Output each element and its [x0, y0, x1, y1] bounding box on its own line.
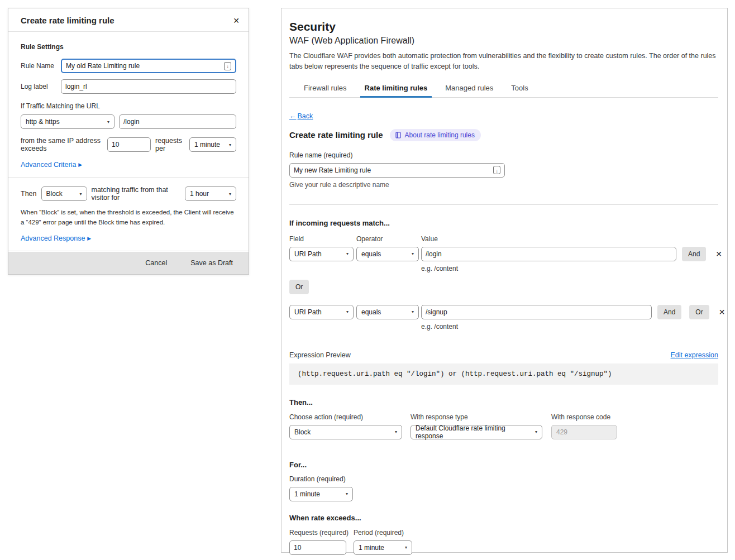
block-note: When “Block” is set, when the threshold …	[21, 208, 236, 228]
divider	[289, 204, 718, 205]
requests-per-text: requests per	[155, 137, 185, 152]
chevron-down-icon: ▾	[229, 192, 231, 197]
tab-managed-rules[interactable]: Managed rules	[444, 82, 494, 97]
duration-select[interactable]: 1 minute ▾	[289, 487, 353, 501]
back-link[interactable]: ←Back	[289, 112, 313, 120]
chevron-down-icon: ▾	[346, 309, 349, 314]
page-description: The Cloudflare WAF provides both automat…	[289, 51, 718, 73]
rate-column-labels: Requests (required) Period (required)	[289, 529, 718, 537]
and-button[interactable]: And	[682, 247, 706, 261]
log-label-input[interactable]	[61, 79, 236, 94]
remove-condition-icon[interactable]: ✕	[719, 308, 726, 317]
rule-name-row: Rule Name ↓	[21, 59, 236, 73]
match-heading: If incoming requests match...	[289, 219, 718, 227]
then-row: Then Block ▾ matching traffic from that …	[21, 186, 236, 202]
rate-row: 1 minute ▾	[289, 540, 718, 555]
requests-label: Requests (required)	[289, 529, 354, 537]
matching-text: matching traffic from that visitor for	[92, 186, 181, 202]
dialog-footer: Cancel Save as Draft	[8, 252, 249, 274]
advanced-criteria-link[interactable]: Advanced Criteria ▶	[21, 161, 82, 169]
cancel-button[interactable]: Cancel	[145, 259, 167, 267]
value-input-field[interactable]	[426, 250, 672, 258]
page-subtitle: WAF (Web Application Firewall)	[289, 36, 718, 46]
requests-input[interactable]	[107, 137, 151, 152]
book-icon	[395, 132, 402, 138]
dialog-header: Create rate limiting rule ✕	[8, 8, 249, 32]
back-arrow-icon: ←	[289, 112, 297, 120]
field-select[interactable]: URI Path ▾	[289, 305, 354, 319]
choose-action-select[interactable]: Block ▾	[289, 425, 402, 439]
block-duration-select[interactable]: 1 hour ▾	[185, 186, 236, 201]
threshold-row: from the same IP address exceeds request…	[21, 137, 236, 152]
url-match-row: http & https ▾	[21, 114, 236, 129]
condition-row: URI Path ▾ equals ▾ And Or ✕	[289, 305, 718, 319]
value-input-field[interactable]	[426, 308, 647, 316]
tab-rate-limiting-rules[interactable]: Rate limiting rules	[364, 82, 429, 97]
requests-input[interactable]	[289, 540, 346, 555]
url-input[interactable]	[119, 114, 236, 129]
period-select[interactable]: 1 minute ▾	[189, 137, 236, 152]
save-as-draft-button[interactable]: Save as Draft	[190, 259, 233, 267]
divider	[8, 177, 249, 178]
log-label-input-field[interactable]	[65, 83, 232, 90]
security-waf-panel: Security WAF (Web Application Firewall) …	[281, 8, 728, 553]
rate-exceeds-heading: When rate exceeds...	[289, 514, 718, 522]
period-label: Period (required)	[354, 529, 404, 537]
response-code-label: With response code	[551, 413, 610, 421]
value-input[interactable]	[421, 247, 676, 261]
rule-name-input[interactable]: ↓	[61, 59, 236, 73]
value-input[interactable]	[421, 305, 652, 319]
arrow-right-icon: ▶	[87, 236, 91, 241]
tab-tools[interactable]: Tools	[510, 82, 529, 97]
response-code-input	[551, 425, 617, 439]
operator-select[interactable]: equals ▾	[356, 305, 419, 319]
rule-name-input[interactable]: ↓	[289, 163, 505, 178]
and-button[interactable]: And	[657, 305, 681, 319]
response-type-label: With response type	[411, 413, 551, 421]
dialog-body: Rule Settings Rule Name ↓ Log label If T…	[8, 32, 249, 269]
edit-expression-link[interactable]: Edit expression	[671, 351, 718, 359]
expression-preview: (http.request.uri.path eq "/login") or (…	[289, 363, 718, 385]
create-rule-heading: Create rate limiting rule	[289, 130, 383, 140]
response-type-select[interactable]: Default Cloudflare rate limiting respons…	[411, 425, 542, 439]
tab-firewall-rules[interactable]: Firewall rules	[303, 82, 348, 97]
remove-condition-icon[interactable]: ✕	[715, 250, 722, 259]
requests-input-field[interactable]	[112, 141, 146, 149]
chevron-down-icon: ▾	[346, 251, 349, 256]
period-select[interactable]: 1 minute ▾	[354, 540, 412, 555]
about-rate-limiting-badge[interactable]: About rate limiting rules	[390, 129, 481, 141]
chevron-down-icon: ▾	[412, 251, 414, 256]
rule-name-input-field[interactable]	[66, 62, 224, 70]
field-select[interactable]: URI Path ▾	[289, 247, 354, 261]
action-select[interactable]: Block ▾	[41, 186, 87, 201]
autofill-icon[interactable]: ↓	[493, 166, 500, 174]
log-label-label: Log label	[21, 83, 61, 90]
or-button[interactable]: Or	[689, 305, 709, 319]
chevron-down-icon: ▾	[395, 429, 397, 434]
choose-action-label: Choose action (required)	[289, 413, 411, 421]
advanced-response-link[interactable]: Advanced Response ▶	[21, 234, 91, 242]
log-label-row: Log label	[21, 79, 236, 94]
operator-select[interactable]: equals ▾	[356, 247, 419, 261]
rule-name-label: Rule Name	[21, 62, 61, 70]
page-title: Security	[289, 20, 718, 33]
action-row: Block ▾ Default Cloudflare rate limiting…	[289, 425, 718, 439]
dialog-title: Create rate limiting rule	[21, 16, 114, 25]
chevron-down-icon: ▾	[346, 491, 348, 496]
duration-label: Duration (required)	[289, 475, 718, 483]
chevron-down-icon: ▾	[405, 545, 407, 550]
or-button[interactable]: Or	[289, 280, 309, 294]
arrow-right-icon: ▶	[78, 162, 82, 167]
url-input-field[interactable]	[123, 118, 232, 126]
autofill-icon[interactable]: ↓	[224, 62, 231, 70]
chevron-down-icon: ▾	[535, 429, 537, 434]
rule-name-block: Rule name (required) ↓ Give your rule a …	[289, 151, 718, 189]
scheme-select[interactable]: http & https ▾	[21, 114, 114, 129]
rule-name-input-field[interactable]	[294, 166, 493, 174]
rule-settings-heading: Rule Settings	[21, 43, 236, 51]
exceeds-text: from the same IP address exceeds	[21, 137, 103, 152]
requests-input-field[interactable]	[294, 544, 342, 552]
expression-header: Expression Preview Edit expression	[289, 351, 718, 359]
then-label: Then	[21, 190, 37, 198]
close-icon[interactable]: ✕	[233, 17, 240, 25]
